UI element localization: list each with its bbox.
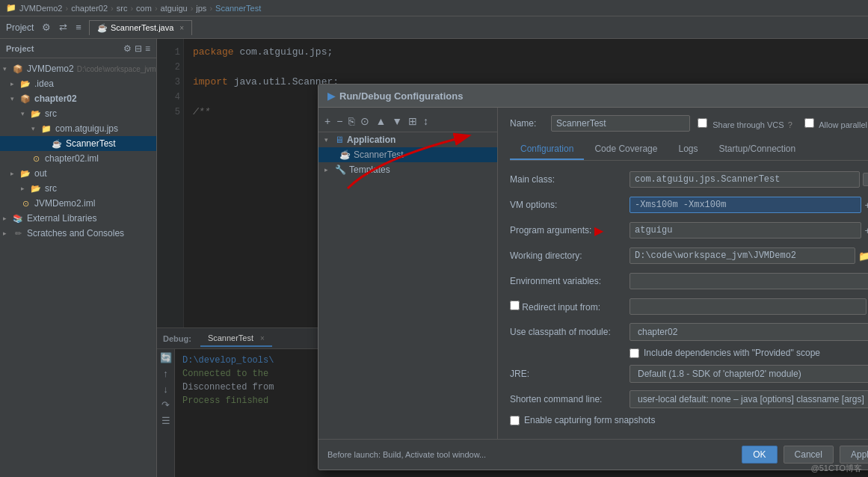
tree-item-external[interactable]: ▸ 📚 External Libraries bbox=[0, 211, 156, 226]
toolbar-settings[interactable]: ⚙ bbox=[39, 20, 54, 34]
jre-label: JRE: bbox=[510, 369, 630, 379]
move-up-btn[interactable]: ▲ bbox=[374, 114, 387, 129]
tab-configuration[interactable]: Configuration bbox=[510, 139, 584, 160]
redirect-checkbox[interactable] bbox=[510, 301, 520, 310]
main-class-row: Main class: … bbox=[510, 170, 868, 189]
iml-icon: ⊙ bbox=[19, 197, 31, 209]
file-tab-close[interactable]: × bbox=[179, 24, 184, 32]
bc-item-7[interactable]: ScannerTest bbox=[215, 4, 261, 13]
env-vars-row: Environment variables: ☰ bbox=[510, 271, 868, 291]
toolbar-gear2[interactable]: ≡ bbox=[73, 20, 84, 34]
classpath-select[interactable]: chapter02 bbox=[630, 323, 868, 341]
tree-label: chapter02 bbox=[34, 93, 77, 104]
project-tree: ▾ 📦 JVMDemo2 D:\code\workspace_jvm\JVMDe… bbox=[0, 58, 156, 477]
include-deps-checkbox[interactable] bbox=[630, 348, 639, 358]
dialog-title: ▶ Run/Debug Configurations bbox=[327, 90, 463, 102]
dialog-tree-templates[interactable]: ▸ 🔧 Templates bbox=[318, 162, 497, 177]
shorten-row: Shorten command line: user-local default… bbox=[510, 390, 868, 409]
tree-label: External Libraries bbox=[27, 213, 96, 224]
tree-item-idea[interactable]: ▸ 📂 .idea bbox=[0, 76, 156, 91]
expand-arrow: ▾ bbox=[3, 65, 12, 73]
dialog-tree-toolbar: + − ⎘ ⊙ ▲ ▼ ⊞ ↕ bbox=[318, 111, 497, 132]
run-debug-dialog: ▶ Run/Debug Configurations × + − ⎘ ⊙ ▲ bbox=[318, 84, 868, 470]
env-vars-input[interactable] bbox=[630, 273, 868, 289]
file-tab[interactable]: ☕ ScannerTest.java × bbox=[89, 20, 192, 35]
remove-config-btn[interactable]: − bbox=[335, 114, 344, 129]
parallel-run-checkbox[interactable] bbox=[804, 118, 814, 128]
bc-item-5[interactable]: atguigu bbox=[161, 4, 188, 13]
tree-item-src2[interactable]: ▸ 📂 src bbox=[0, 181, 156, 196]
share-vcs-label[interactable]: Share through VCS ? bbox=[698, 118, 792, 129]
module-icon: 📦 bbox=[19, 93, 31, 105]
program-args-input[interactable] bbox=[630, 222, 861, 238]
working-dir-input[interactable] bbox=[630, 247, 855, 264]
tree-item-out[interactable]: ▸ 📂 out bbox=[0, 166, 156, 181]
vm-options-row: VM options: + ⤢ bbox=[510, 195, 868, 215]
tab-code-coverage[interactable]: Code Coverage bbox=[584, 139, 668, 160]
program-args-row: Program arguments: ▶ + ⤢ bbox=[510, 221, 868, 240]
include-deps-row: Include dependencies with "Provided" sco… bbox=[510, 348, 868, 358]
toolbar-left: Project ⚙ ⇄ ≡ bbox=[6, 20, 84, 34]
jre-row: JRE: Default (1.8 - SDK of 'chapter02' m… bbox=[510, 364, 868, 384]
name-label: Name: bbox=[510, 118, 544, 129]
tree-item-package[interactable]: ▾ 📁 com.atguigu.jps bbox=[0, 121, 156, 136]
add-config-btn[interactable]: + bbox=[323, 114, 332, 129]
bc-item-4[interactable]: com bbox=[136, 4, 152, 13]
save-config-btn[interactable]: ⊙ bbox=[359, 114, 371, 129]
jre-select[interactable]: Default (1.8 - SDK of 'chapter02' module… bbox=[630, 365, 868, 383]
tree-item-src[interactable]: ▾ 📂 src bbox=[0, 106, 156, 121]
main-class-input[interactable] bbox=[630, 171, 860, 188]
bc-item-1[interactable]: JVMDemo2 bbox=[19, 4, 62, 13]
project-label[interactable]: Project bbox=[6, 22, 34, 33]
main-class-browse-btn[interactable]: … bbox=[863, 173, 868, 186]
toolbar-split[interactable]: ⇄ bbox=[56, 20, 70, 34]
vm-options-input[interactable] bbox=[630, 197, 861, 213]
working-dir-browse-btn[interactable]: 📁 bbox=[858, 250, 868, 262]
expand-arrow: ▸ bbox=[3, 215, 12, 222]
dialog-config-tabs: Configuration Code Coverage Logs Startup… bbox=[510, 139, 868, 161]
sort-btn[interactable]: ↕ bbox=[422, 114, 430, 129]
bc-item-6[interactable]: jps bbox=[196, 4, 206, 13]
tree-item-scratches[interactable]: ▸ ✏ Scratches and Consoles bbox=[0, 226, 156, 241]
shorten-input-group: user-local default: none – java [options… bbox=[630, 390, 868, 408]
copy-config-btn[interactable]: ⎘ bbox=[347, 114, 356, 129]
classpath-row: Use classpath of module: chapter02 bbox=[510, 322, 868, 342]
bc-item-2[interactable]: chapter02 bbox=[71, 4, 108, 13]
expand-arrow: ▸ bbox=[21, 185, 30, 192]
sidebar-collapse-icon[interactable]: ⊟ bbox=[135, 43, 142, 54]
ok-button[interactable]: OK bbox=[742, 446, 777, 464]
program-args-input-group: + ⤢ bbox=[630, 222, 868, 238]
redirect-input[interactable] bbox=[630, 298, 867, 315]
cancel-button[interactable]: Cancel bbox=[784, 446, 834, 464]
share-options: Share through VCS ? Allow parallel run bbox=[698, 118, 868, 129]
dialog-tree-scannertest[interactable]: ☕ ScannerTest bbox=[318, 147, 497, 162]
snapshots-checkbox[interactable] bbox=[510, 416, 520, 425]
tree-item-jvmdemo2[interactable]: ▾ 📦 JVMDemo2 D:\code\workspace_jvm\JVMDe… bbox=[0, 61, 156, 76]
expand-arrow: ▾ bbox=[21, 110, 30, 117]
tab-logs[interactable]: Logs bbox=[668, 139, 708, 160]
tree-item-scannertest[interactable]: ☕ ScannerTest bbox=[0, 136, 156, 151]
bc-item-3[interactable]: src bbox=[117, 4, 128, 13]
program-args-label: Program arguments: ▶ bbox=[510, 224, 630, 238]
sidebar-gear-icon[interactable]: ≡ bbox=[145, 43, 150, 54]
scratch-icon: ✏ bbox=[12, 227, 24, 239]
share-vcs-checkbox[interactable] bbox=[698, 118, 707, 128]
tree-item-chapter02-iml[interactable]: ⊙ chapter02.iml bbox=[0, 151, 156, 166]
dialog-tree-application[interactable]: ▾ 🖥 Application bbox=[318, 132, 497, 147]
tree-item-chapter02[interactable]: ▾ 📦 chapter02 bbox=[0, 91, 156, 106]
apply-button[interactable]: Apply bbox=[840, 446, 868, 464]
java-file-icon: ☕ bbox=[51, 138, 63, 150]
tree-label: out bbox=[34, 168, 47, 179]
tree-item-jvmdemo2-iml[interactable]: ⊙ JVMDemo2.iml bbox=[0, 196, 156, 211]
tab-startup-connection[interactable]: Startup/Connection bbox=[708, 139, 806, 160]
share-help-icon[interactable]: ? bbox=[788, 120, 792, 129]
name-input[interactable] bbox=[551, 115, 690, 132]
vm-expand-btn[interactable]: + bbox=[864, 200, 868, 211]
move-down-btn[interactable]: ▼ bbox=[390, 114, 404, 129]
args-expand-btn[interactable]: + bbox=[864, 225, 868, 236]
group-btn[interactable]: ⊞ bbox=[407, 114, 419, 129]
parallel-run-label[interactable]: Allow parallel run bbox=[804, 118, 868, 129]
sidebar-title: Project bbox=[6, 44, 34, 53]
sidebar-settings-icon[interactable]: ⚙ bbox=[123, 43, 132, 54]
shorten-select[interactable]: user-local default: none – java [options… bbox=[630, 390, 868, 408]
